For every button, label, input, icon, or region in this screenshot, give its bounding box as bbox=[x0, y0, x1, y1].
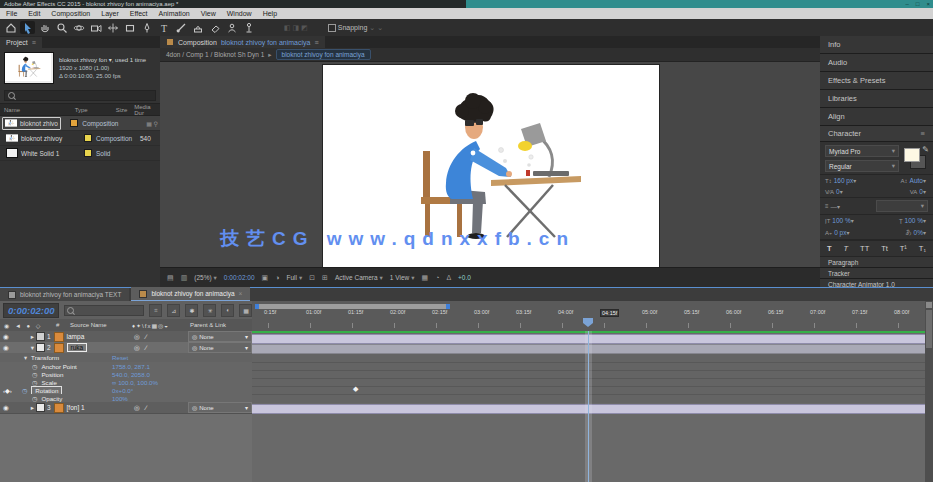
timeline-search-field[interactable] bbox=[64, 305, 144, 316]
menu-composition[interactable]: Composition bbox=[51, 10, 90, 17]
snapshot-icon[interactable]: ▣ bbox=[262, 274, 269, 282]
menu-animation[interactable]: Animation bbox=[159, 10, 190, 17]
panel-character[interactable]: Character ≡ bbox=[820, 126, 933, 142]
stopwatch-icon-active[interactable]: ◷ bbox=[22, 387, 27, 394]
layer-switches[interactable]: ◎ ∕ bbox=[134, 333, 149, 341]
eye-icon[interactable]: ◉ bbox=[0, 333, 9, 341]
transform-group-label[interactable]: Transform bbox=[31, 354, 59, 361]
label-color-box[interactable] bbox=[36, 403, 45, 412]
close-button[interactable]: × bbox=[926, 0, 930, 8]
twirl-icon[interactable]: ▾ bbox=[24, 354, 27, 361]
label-color-swatch[interactable] bbox=[84, 134, 92, 142]
time-ruler[interactable]: 0:15f 01:00f 01:15f 02:00f 02:15f 03:00f… bbox=[252, 301, 925, 332]
superscript-button[interactable]: T¹ bbox=[900, 244, 907, 253]
menu-view[interactable]: View bbox=[201, 10, 216, 17]
layer-row[interactable]: ◉ ▸ 3 [fon] 1 ◎ ∕ ◎None ▾ bbox=[0, 402, 252, 414]
project-columns-header[interactable]: Name Type Size Media Dur bbox=[0, 103, 160, 116]
layer-switches[interactable]: ◎ ∕ bbox=[134, 404, 149, 412]
font-size-control[interactable]: T↕160 px▾ bbox=[825, 177, 858, 184]
shape-tool-icon[interactable] bbox=[122, 21, 137, 34]
composition-mini-flowchart-icon[interactable]: ⌗ bbox=[149, 304, 162, 317]
show-channel-icon[interactable]: ◑ bbox=[275, 274, 279, 281]
label-color-box[interactable] bbox=[36, 332, 45, 341]
baseline-shift-control[interactable]: A₊0 px▾ bbox=[825, 229, 851, 236]
project-search-field[interactable] bbox=[4, 90, 156, 101]
menu-edit[interactable]: Edit bbox=[28, 10, 40, 17]
keyframe-icon[interactable]: ◆ bbox=[353, 385, 358, 393]
pixel-aspect-icon[interactable]: ▦ bbox=[422, 274, 429, 282]
eraser-tool-icon[interactable] bbox=[207, 21, 222, 34]
twirl-icon[interactable]: ▸ bbox=[31, 333, 34, 341]
panel-info[interactable]: Info bbox=[820, 36, 933, 54]
preview-time-icon[interactable]: ◔ bbox=[435, 274, 439, 281]
layer-switches[interactable]: ◎ ∕ bbox=[134, 344, 149, 352]
tab-project[interactable]: Project ≡ bbox=[0, 37, 42, 48]
viewer-timecode[interactable]: 0:00:02:00 bbox=[224, 274, 255, 281]
grid-guides-icon[interactable]: ▥ bbox=[181, 274, 188, 282]
tracking-control[interactable]: VA0▾ bbox=[910, 188, 928, 195]
minimize-button[interactable]: – bbox=[906, 0, 909, 8]
panel-menu-icon[interactable]: ≡ bbox=[921, 129, 925, 138]
home-icon[interactable] bbox=[3, 21, 18, 34]
graph-editor-icon[interactable]: ▦ bbox=[239, 304, 252, 317]
pickwhip-icon[interactable]: ◎ bbox=[192, 404, 197, 411]
puppet-pin-tool-icon[interactable] bbox=[241, 21, 256, 34]
stopwatch-icon[interactable]: ◷ bbox=[32, 395, 37, 402]
timeline-scrollbar[interactable] bbox=[925, 301, 933, 482]
layer-name[interactable]: lampa bbox=[67, 333, 85, 340]
layer-name-edit-field[interactable]: ruka bbox=[67, 343, 88, 352]
pickwhip-icon[interactable]: ◎ bbox=[192, 333, 197, 340]
motion-blur-icon[interactable]: ◐ bbox=[221, 304, 234, 317]
col-parent-link[interactable]: Parent & Link bbox=[190, 322, 226, 328]
fill-color-swatch[interactable] bbox=[904, 148, 920, 162]
col-number[interactable]: # bbox=[56, 322, 59, 328]
panel-paragraph[interactable]: Paragraph bbox=[820, 257, 933, 268]
draft-3d-icon[interactable]: ⊿ bbox=[167, 304, 180, 317]
subscript-button[interactable]: T₁ bbox=[919, 244, 926, 253]
exposure-value[interactable]: +0.0 bbox=[458, 274, 471, 281]
camera-tool-icon[interactable] bbox=[88, 21, 103, 34]
label-color-box[interactable] bbox=[36, 343, 45, 352]
transparency-grid-icon[interactable]: ⊞ bbox=[322, 274, 328, 282]
zoom-tool-icon[interactable] bbox=[54, 21, 69, 34]
tab-composition[interactable]: Composition bloknot zhivoy fon animaciya… bbox=[160, 36, 325, 48]
stopwatch-icon[interactable]: ◷ bbox=[32, 379, 37, 386]
menu-help[interactable]: Help bbox=[263, 10, 277, 17]
timeline-track-area[interactable]: ◆ bbox=[252, 331, 925, 482]
col-type[interactable]: Type bbox=[75, 107, 116, 113]
pickwhip-icon[interactable]: ◎ bbox=[192, 344, 197, 351]
faux-italic-button[interactable]: T bbox=[844, 244, 849, 253]
panel-menu-icon[interactable]: ≡ bbox=[32, 39, 36, 46]
camera-view-dropdown[interactable]: Active Camera ▾ bbox=[335, 274, 383, 282]
scrollbar-thumb[interactable] bbox=[926, 310, 932, 348]
panel-libraries[interactable]: Libraries bbox=[820, 90, 933, 108]
panel-tracker[interactable]: Tracker bbox=[820, 268, 933, 279]
col-source-name[interactable]: Source Name bbox=[70, 322, 107, 328]
property-value[interactable]: 540.0, 2058.0 bbox=[112, 371, 150, 378]
eye-icon[interactable]: ◉ bbox=[0, 344, 9, 352]
property-value[interactable]: 100% bbox=[112, 395, 128, 402]
menu-layer[interactable]: Layer bbox=[101, 10, 119, 17]
stopwatch-icon[interactable]: ◷ bbox=[32, 363, 37, 370]
timeline-tab[interactable]: bloknot zhivoy fon animaciya TEXT bbox=[0, 288, 129, 301]
breadcrumb-current[interactable]: bloknot zhivoy fon animaciya bbox=[276, 49, 371, 60]
panel-effects-presets[interactable]: Effects & Presets bbox=[820, 72, 933, 90]
close-tab-icon[interactable]: × bbox=[239, 290, 243, 297]
selection-tool-icon[interactable] bbox=[20, 21, 35, 34]
stopwatch-icon[interactable]: ◷ bbox=[32, 371, 37, 378]
timeline-tab-active[interactable]: bloknot zhivoy fon animaciya × bbox=[131, 287, 250, 302]
hide-shy-icon[interactable]: ✱ bbox=[185, 304, 198, 317]
faux-bold-button[interactable]: T bbox=[827, 244, 832, 253]
project-item-row[interactable]: bloknot zhivoy Composition 540 bbox=[0, 131, 160, 146]
snapping-checkbox[interactable] bbox=[328, 24, 336, 32]
col-media-dur[interactable]: Media Dur bbox=[134, 104, 160, 116]
hand-tool-icon[interactable] bbox=[37, 21, 52, 34]
font-family-dropdown[interactable]: Myriad Pro ▾ bbox=[825, 145, 899, 157]
property-value[interactable]: ∞ 100.0, 100.0% bbox=[112, 379, 158, 386]
property-value[interactable]: 1758.0, 287.1 bbox=[112, 363, 150, 370]
horizontal-scale-control[interactable]: Ţ100 %▾ bbox=[899, 217, 928, 224]
property-name[interactable]: Position bbox=[41, 371, 63, 378]
parent-dropdown[interactable]: ◎None ▾ bbox=[188, 342, 252, 353]
always-preview-icon[interactable]: ▤ bbox=[167, 274, 174, 282]
playhead-line[interactable] bbox=[588, 331, 589, 482]
